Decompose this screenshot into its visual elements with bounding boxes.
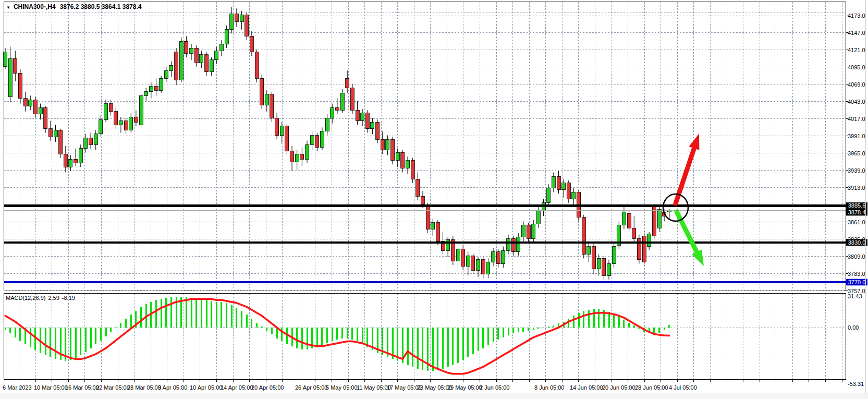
candle-body bbox=[456, 249, 460, 261]
macd-histogram-bar bbox=[437, 328, 438, 370]
support-price-label: 3830.0 bbox=[848, 239, 866, 246]
macd-histogram-bar bbox=[110, 328, 112, 332]
candle bbox=[451, 236, 455, 265]
candle bbox=[350, 84, 354, 114]
macd-histogram-bar bbox=[201, 300, 202, 328]
macd-histogram-bar bbox=[226, 303, 227, 328]
symbol-header[interactable]: ▼CHINA300-,H43876.2 3880.5 3864.1 3878.4 bbox=[6, 3, 142, 10]
macd-scale-zero: 0.00 bbox=[848, 324, 859, 331]
macd-histogram-bar bbox=[9, 328, 11, 333]
macd-histogram-bar bbox=[19, 328, 21, 341]
candle bbox=[179, 38, 183, 82]
candle-body bbox=[8, 58, 12, 97]
macd-histogram-bar bbox=[45, 328, 46, 355]
candle-body bbox=[215, 51, 218, 60]
candle-body bbox=[169, 65, 173, 70]
price-axis-label: 4095.0 bbox=[848, 64, 865, 70]
candle-body bbox=[265, 94, 268, 105]
macd-histogram-bar bbox=[206, 300, 207, 328]
macd-histogram-bar bbox=[332, 328, 333, 341]
date-axis-label: 4 Jul 05:00 bbox=[669, 384, 697, 391]
candle-body bbox=[44, 107, 47, 129]
macd-histogram-bar bbox=[221, 302, 222, 328]
macd-histogram-bar bbox=[70, 328, 71, 360]
macd-plot-area[interactable] bbox=[4, 294, 846, 380]
candle-body bbox=[416, 179, 420, 196]
candle-body bbox=[567, 183, 570, 199]
macd-histogram-bar bbox=[487, 328, 489, 345]
candle-body bbox=[401, 152, 405, 168]
macd-histogram-bar bbox=[90, 328, 92, 348]
macd-histogram-bar bbox=[276, 328, 278, 338]
candle-body bbox=[320, 131, 324, 147]
candle-body bbox=[335, 107, 339, 110]
macd-histogram-bar bbox=[537, 328, 539, 329]
candle-body bbox=[29, 100, 32, 106]
candle-body bbox=[496, 252, 500, 264]
macd-histogram-bar bbox=[482, 328, 484, 348]
candle-body bbox=[436, 223, 439, 241]
candle-body bbox=[612, 247, 616, 264]
date-axis-label: 11 May 05:00 bbox=[357, 384, 391, 391]
macd-histogram-bar bbox=[472, 328, 474, 354]
macd-histogram-bar bbox=[503, 328, 504, 337]
date-axis-label: 2 Jun 05:00 bbox=[480, 384, 510, 391]
macd-histogram-bar bbox=[583, 311, 584, 328]
main-plot-area[interactable] bbox=[4, 2, 846, 291]
candle-body bbox=[391, 139, 395, 161]
candle-body bbox=[179, 41, 183, 80]
macd-main-value: 2.59 bbox=[48, 295, 59, 301]
price-label-resistance-3885[interactable]: 3885.6 bbox=[846, 202, 867, 209]
candle-body bbox=[607, 264, 611, 276]
macd-histogram-bar bbox=[341, 328, 343, 338]
macd-histogram-bar bbox=[120, 323, 121, 328]
macd-histogram-bar bbox=[417, 328, 419, 369]
candle-body bbox=[486, 262, 490, 274]
date-axis-label: 22 Mar 05:00 bbox=[96, 384, 130, 391]
candle-body bbox=[194, 48, 198, 63]
macd-histogram-bar bbox=[442, 328, 444, 369]
macd-histogram-bar bbox=[286, 328, 288, 344]
candle-body bbox=[39, 107, 42, 114]
candle-body bbox=[48, 129, 52, 137]
candle-body bbox=[300, 154, 304, 159]
candle-body bbox=[466, 256, 470, 266]
macd-histogram-bar bbox=[553, 325, 554, 328]
macd-histogram-bar bbox=[578, 313, 580, 328]
macd-histogram-bar bbox=[296, 328, 298, 348]
candle-body bbox=[290, 151, 294, 162]
macd-signal-value: -8.19 bbox=[62, 295, 75, 301]
macd-histogram-bar bbox=[618, 317, 620, 328]
macd-histogram-bar bbox=[326, 328, 328, 343]
price-label-support-3770[interactable]: 3770.0 bbox=[846, 279, 867, 286]
macd-histogram-bar bbox=[351, 328, 353, 340]
macd-histogram-bar bbox=[266, 328, 267, 331]
ohlc-values: 3876.2 3880.5 3864.1 3878.4 bbox=[60, 3, 142, 10]
candle-body bbox=[129, 117, 133, 130]
candle-body bbox=[421, 196, 424, 204]
macd-histogram-bar bbox=[588, 310, 590, 328]
candle-body bbox=[175, 52, 178, 80]
macd-histogram-bar bbox=[30, 328, 31, 347]
candle-body bbox=[114, 112, 118, 125]
candle-body bbox=[99, 119, 103, 134]
macd-histogram-bar bbox=[186, 297, 187, 328]
price-axis-label: 4173.0 bbox=[848, 13, 865, 19]
price-label-support-3830[interactable]: 3830.0 bbox=[846, 239, 867, 246]
date-axis-label: 16 Mar 05:00 bbox=[65, 384, 99, 391]
candle-body bbox=[18, 73, 22, 98]
mt4-chart-window: 4173.04147.04121.04095.04069.04043.04017… bbox=[0, 0, 868, 399]
macd-histogram-bar bbox=[161, 299, 162, 328]
candle-body bbox=[295, 154, 299, 162]
candle-body bbox=[79, 149, 82, 163]
candle-body bbox=[250, 36, 253, 52]
macd-histogram-bar bbox=[75, 328, 77, 358]
candle-body bbox=[552, 176, 555, 188]
candle-body bbox=[280, 126, 284, 136]
macd-label: MACD(12,26,9) bbox=[6, 295, 45, 301]
bottom-strip bbox=[0, 393, 868, 399]
date-axis-label: 10 Apr 05:00 bbox=[190, 384, 222, 391]
candle-body bbox=[476, 260, 480, 270]
macd-histogram-bar bbox=[195, 299, 197, 328]
candle-body bbox=[461, 249, 465, 267]
